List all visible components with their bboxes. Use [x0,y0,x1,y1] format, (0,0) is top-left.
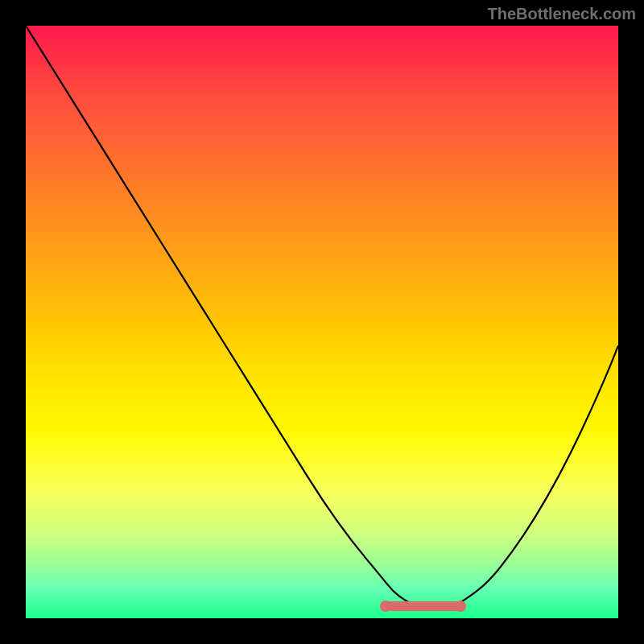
curve-svg [26,26,618,618]
bottleneck-curve-line [26,26,618,609]
plot-area [26,26,618,618]
chart-container: TheBottleneck.com [0,0,644,644]
optimal-range-marker [382,601,464,611]
watermark-text: TheBottleneck.com [488,5,636,23]
